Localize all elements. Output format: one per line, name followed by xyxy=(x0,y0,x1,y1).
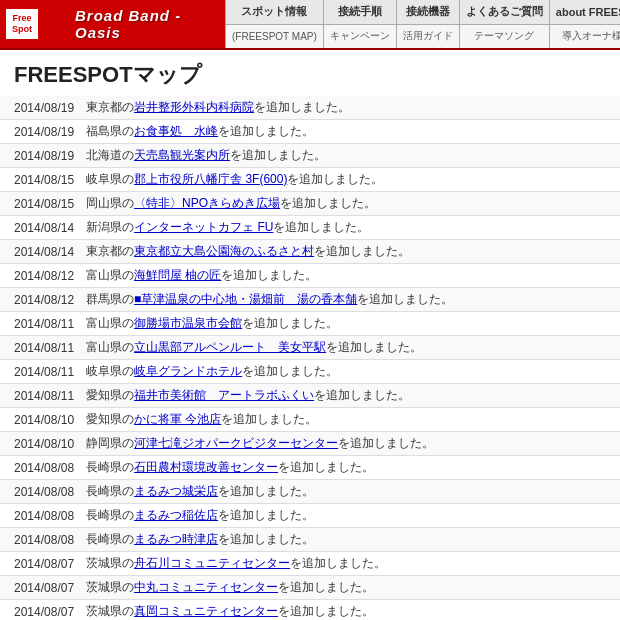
news-date: 2014/08/07 xyxy=(0,552,82,576)
table-row: 2014/08/07茨城県の真岡コミュニティセンターを追加しました。 xyxy=(0,600,620,621)
table-row: 2014/08/11岐阜県の岐阜グランドホテルを追加しました。 xyxy=(0,360,620,384)
table-row: 2014/08/12富山県の海鮮問屋 柚の匠を追加しました。 xyxy=(0,264,620,288)
table-row: 2014/08/14東京都の東京都立大島公園海のふるさと村を追加しました。 xyxy=(0,240,620,264)
news-content: 群馬県の■草津温泉の中心地・湯畑前 湯の香本舗を追加しました。 xyxy=(82,288,620,312)
news-date: 2014/08/19 xyxy=(0,96,82,120)
nav-top-1[interactable]: 接続手順 xyxy=(324,0,396,25)
table-row: 2014/08/07茨城県の舟石川コミュニティセンターを追加しました。 xyxy=(0,552,620,576)
news-link[interactable]: 岩井整形外科内科病院 xyxy=(134,100,254,114)
page-title: FREESPOTマップ xyxy=(14,60,606,90)
news-link[interactable]: 天売島観光案内所 xyxy=(134,148,230,162)
news-content: 長崎県のまるみつ城栄店を追加しました。 xyxy=(82,480,620,504)
freespot-logo: FreeSpot xyxy=(6,9,38,39)
table-row: 2014/08/19北海道の天売島観光案内所を追加しました。 xyxy=(0,144,620,168)
nav-col-2[interactable]: 接続機器活用ガイド xyxy=(396,0,459,48)
news-link[interactable]: まるみつ城栄店 xyxy=(134,484,218,498)
news-content: 愛知県の福井市美術館 アートラボふくいを追加しました。 xyxy=(82,384,620,408)
table-row: 2014/08/12群馬県の■草津温泉の中心地・湯畑前 湯の香本舗を追加しました… xyxy=(0,288,620,312)
news-date: 2014/08/19 xyxy=(0,120,82,144)
news-date: 2014/08/07 xyxy=(0,600,82,621)
logo-area: FreeSpot xyxy=(0,0,65,48)
news-link[interactable]: まるみつ稲佐店 xyxy=(134,508,218,522)
news-content: 茨城県の中丸コミュニティセンターを追加しました。 xyxy=(82,576,620,600)
news-content: 新潟県のインターネットカフェ FUを追加しました。 xyxy=(82,216,620,240)
news-date: 2014/08/10 xyxy=(0,408,82,432)
nav-col-0[interactable]: スポット情報(FREESPOT MAP) xyxy=(225,0,323,48)
news-date: 2014/08/15 xyxy=(0,168,82,192)
news-date: 2014/08/08 xyxy=(0,528,82,552)
table-row: 2014/08/07茨城県の中丸コミュニティセンターを追加しました。 xyxy=(0,576,620,600)
table-row: 2014/08/15岡山県の〈特非〉NPOきらめき広場を追加しました。 xyxy=(0,192,620,216)
news-link[interactable]: 海鮮問屋 柚の匠 xyxy=(134,268,221,282)
table-row: 2014/08/19東京都の岩井整形外科内科病院を追加しました。 xyxy=(0,96,620,120)
table-row: 2014/08/19福島県のお食事処 水峰を追加しました。 xyxy=(0,120,620,144)
news-content: 福島県のお食事処 水峰を追加しました。 xyxy=(82,120,620,144)
table-row: 2014/08/11富山県の立山黒部アルペンルート 美女平駅を追加しました。 xyxy=(0,336,620,360)
news-date: 2014/08/10 xyxy=(0,432,82,456)
table-row: 2014/08/08長崎県のまるみつ城栄店を追加しました。 xyxy=(0,480,620,504)
news-date: 2014/08/08 xyxy=(0,456,82,480)
nav-top-2[interactable]: 接続機器 xyxy=(397,0,459,25)
nav-bottom-3[interactable]: テーマソング xyxy=(460,25,549,49)
nav-col-1[interactable]: 接続手順キャンペーン xyxy=(323,0,396,48)
nav-col-4[interactable]: about FREESPOT導入オーナ様情報 xyxy=(549,0,620,48)
nav-bottom-0[interactable]: (FREESPOT MAP) xyxy=(226,25,323,49)
nav-bottom-2[interactable]: 活用ガイド xyxy=(397,25,459,49)
news-date: 2014/08/12 xyxy=(0,264,82,288)
news-content: 東京都の東京都立大島公園海のふるさと村を追加しました。 xyxy=(82,240,620,264)
table-row: 2014/08/08長崎県のまるみつ時津店を追加しました。 xyxy=(0,528,620,552)
news-date: 2014/08/07 xyxy=(0,576,82,600)
table-row: 2014/08/11富山県の御勝場市温泉市会館を追加しました。 xyxy=(0,312,620,336)
news-link[interactable]: 〈特非〉NPOきらめき広場 xyxy=(134,196,280,210)
table-row: 2014/08/10愛知県のかに将軍 今池店を追加しました。 xyxy=(0,408,620,432)
news-date: 2014/08/15 xyxy=(0,192,82,216)
table-row: 2014/08/08長崎県のまるみつ稲佐店を追加しました。 xyxy=(0,504,620,528)
nav-bottom-4[interactable]: 導入オーナ様情報 xyxy=(550,25,620,49)
nav-top-0[interactable]: スポット情報 xyxy=(226,0,323,25)
table-row: 2014/08/08長崎県の石田農村環境改善センターを追加しました。 xyxy=(0,456,620,480)
brand-area: Broad Band - Oasis xyxy=(65,0,225,48)
news-link[interactable]: 中丸コミュニティセンター xyxy=(134,580,278,594)
news-content: 愛知県のかに将軍 今池店を追加しました。 xyxy=(82,408,620,432)
news-date: 2014/08/19 xyxy=(0,144,82,168)
news-link[interactable]: 舟石川コミュニティセンター xyxy=(134,556,290,570)
news-date: 2014/08/14 xyxy=(0,240,82,264)
news-date: 2014/08/11 xyxy=(0,360,82,384)
header: FreeSpot Broad Band - Oasis スポット情報(FREES… xyxy=(0,0,620,50)
nav-bottom-1[interactable]: キャンペーン xyxy=(324,25,396,49)
news-table: 2014/08/19東京都の岩井整形外科内科病院を追加しました。2014/08/… xyxy=(0,96,620,620)
brand-text: Broad Band - Oasis xyxy=(75,7,215,41)
news-content: 茨城県の真岡コミュニティセンターを追加しました。 xyxy=(82,600,620,621)
nav-area: スポット情報(FREESPOT MAP)接続手順キャンペーン接続機器活用ガイドよ… xyxy=(225,0,620,48)
table-row: 2014/08/15岐阜県の郡上市役所八幡庁舎 3F(600)を追加しました。 xyxy=(0,168,620,192)
news-link[interactable]: 東京都立大島公園海のふるさと村 xyxy=(134,244,314,258)
news-content: 長崎県のまるみつ時津店を追加しました。 xyxy=(82,528,620,552)
table-row: 2014/08/11愛知県の福井市美術館 アートラボふくいを追加しました。 xyxy=(0,384,620,408)
news-content: 長崎県のまるみつ稲佐店を追加しました。 xyxy=(82,504,620,528)
nav-top-3[interactable]: よくあるご質問 xyxy=(460,0,549,25)
news-date: 2014/08/11 xyxy=(0,312,82,336)
news-content: 富山県の立山黒部アルペンルート 美女平駅を追加しました。 xyxy=(82,336,620,360)
table-row: 2014/08/10静岡県の河津七滝ジオパークビジターセンターを追加しました。 xyxy=(0,432,620,456)
news-link[interactable]: インターネットカフェ FU xyxy=(134,220,273,234)
news-date: 2014/08/12 xyxy=(0,288,82,312)
news-link[interactable]: 河津七滝ジオパークビジターセンター xyxy=(134,436,338,450)
news-link[interactable]: 石田農村環境改善センター xyxy=(134,460,278,474)
news-content: 長崎県の石田農村環境改善センターを追加しました。 xyxy=(82,456,620,480)
news-link[interactable]: かに将軍 今池店 xyxy=(134,412,221,426)
news-link[interactable]: 福井市美術館 アートラボふくい xyxy=(134,388,314,402)
news-link[interactable]: ■草津温泉の中心地・湯畑前 湯の香本舗 xyxy=(134,292,357,306)
news-link[interactable]: 岐阜グランドホテル xyxy=(134,364,242,378)
news-date: 2014/08/11 xyxy=(0,384,82,408)
nav-top-4[interactable]: about FREESPOT xyxy=(550,0,620,25)
news-link[interactable]: 立山黒部アルペンルート 美女平駅 xyxy=(134,340,326,354)
news-link[interactable]: 郡上市役所八幡庁舎 3F(600) xyxy=(134,172,287,186)
news-link[interactable]: まるみつ時津店 xyxy=(134,532,218,546)
news-link[interactable]: 真岡コミュニティセンター xyxy=(134,604,278,618)
news-link[interactable]: 御勝場市温泉市会館 xyxy=(134,316,242,330)
news-date: 2014/08/08 xyxy=(0,480,82,504)
news-content: 富山県の海鮮問屋 柚の匠を追加しました。 xyxy=(82,264,620,288)
news-date: 2014/08/14 xyxy=(0,216,82,240)
news-link[interactable]: お食事処 水峰 xyxy=(134,124,218,138)
nav-col-3[interactable]: よくあるご質問テーマソング xyxy=(459,0,549,48)
